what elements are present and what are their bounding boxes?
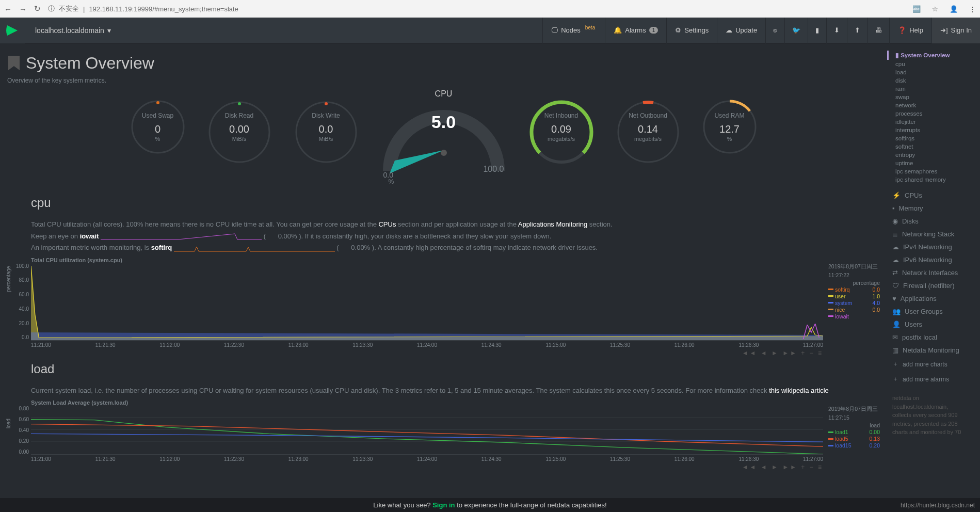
gauge-used-ram[interactable]: Used RAM 12.7 % (696, 93, 763, 161)
nav-sub-cpu[interactable]: cpu (887, 60, 974, 68)
nav-sub-uptime[interactable]: uptime (887, 159, 974, 167)
nav-sub-ipc-semaphores[interactable]: ipc semaphores (887, 167, 974, 175)
nav-sub-idlejitter[interactable]: idlejitter (887, 118, 974, 126)
svg-point-5 (325, 102, 328, 105)
cpu-desc-2: Keep an eye on iowait ( 0.00% ). If it i… (31, 231, 880, 242)
sidebar-footer: netdata on localhost.localdomain, collec… (887, 394, 974, 437)
cpu-legend[interactable]: 2019年8月07日周三 11:27:22 percentage softirq… (823, 263, 880, 341)
nav-group-postfix-local[interactable]: ✉postfix local (887, 331, 974, 344)
load-y-axis: load 0.800.600.400.200.00 (7, 406, 31, 455)
nodes-button[interactable]: 🖵 Nodes beta (542, 18, 605, 43)
help-button[interactable]: ❓ Help (889, 18, 931, 43)
cpu-chart[interactable]: Total CPU utilization (system.cpu) perce… (7, 257, 880, 357)
browser-chrome: ← → ↻ ⓘ 不安全 | 192.168.11.19:19999/#menu_… (0, 0, 980, 18)
iowait-sparkline (101, 232, 262, 241)
load-legend[interactable]: 2019年8月07日周三 11:27:15 load load10.00 loa… (823, 406, 880, 455)
nav-group-applications[interactable]: ♥Applications (887, 292, 974, 305)
nav-group-networking-stack[interactable]: ≣Networking Stack (887, 228, 974, 241)
cpu-x-axis: 11:21:0011:21:3011:22:0011:22:3011:23:00… (31, 341, 823, 348)
svg-point-3 (238, 102, 241, 105)
nav-sub-softirqs[interactable]: softirqs (887, 134, 974, 142)
nav-group-network-interfaces[interactable]: ⇄Network Interfaces (887, 266, 974, 279)
gauge-disk-read[interactable]: Disk Read 0.00 MiB/s (201, 93, 278, 171)
gauge-used-swap[interactable]: Used Swap 0 % (124, 93, 191, 161)
cpu-desc-3: An important metric worth monitoring, is… (31, 243, 880, 253)
print-icon[interactable]: 🖶 (867, 18, 889, 43)
nav-sub-processes[interactable]: processes (887, 109, 974, 118)
nav-sub-network[interactable]: network (887, 101, 974, 109)
load-heading: load (31, 362, 880, 376)
nav-group-disks[interactable]: ◉Disks (887, 215, 974, 228)
beta-badge: beta (584, 24, 597, 31)
softirq-sparkline (174, 244, 335, 252)
main-content: System Overview Overview of the key syst… (0, 43, 887, 497)
star-icon[interactable]: ☆ (932, 5, 938, 13)
wikipedia-link[interactable]: this wikipedia article (769, 387, 829, 394)
question-icon: ❓ (898, 26, 906, 34)
cpu-y-axis: percentage 100.080.060.040.020.00.0 (7, 263, 31, 341)
url-bar[interactable]: ⓘ 不安全 | 192.168.11.19:19999/#menu_system… (48, 4, 238, 13)
chart-controls[interactable]: ◄◄ ◄ ► ►► + − ≡ (7, 349, 823, 357)
update-button[interactable]: ☁ Update (717, 18, 765, 43)
nav-group-ipv6-networking[interactable]: ☁IPv6 Networking (887, 253, 974, 266)
add-charts[interactable]: ＋ add more charts (887, 357, 974, 372)
nav-sub-ipc-shared-memory[interactable]: ipc shared memory (887, 175, 974, 184)
back-icon[interactable]: ← (4, 5, 12, 13)
facebook-icon[interactable]: ▮ (808, 18, 826, 43)
cpu-desc-1: Total CPU utilization (all cores). 100% … (31, 219, 880, 230)
alarms-count: 1 (649, 27, 658, 34)
nav-sub-interrupts[interactable]: interrupts (887, 126, 974, 134)
hostname-selector[interactable]: localhost.localdomain ▾ (25, 26, 121, 35)
nav-group-cpus[interactable]: ⚡CPUs (887, 189, 974, 202)
chart-controls[interactable]: ◄◄ ◄ ► ►► + − ≡ (7, 463, 823, 471)
alarms-button[interactable]: 🔔 Alarms 1 (605, 18, 666, 43)
github-icon[interactable]: ⌾ (765, 18, 784, 43)
download-icon[interactable]: ⬇ (826, 18, 847, 43)
page-title: System Overview (26, 54, 154, 73)
hostname-text: localhost.localdomain (35, 26, 104, 35)
signin-button[interactable]: ➜] Sign In (931, 18, 980, 43)
url-text: 192.168.11.19:19999/#menu_system;theme=s… (89, 5, 238, 13)
load-chart[interactable]: System Load Average (system.load) load 0… (7, 399, 880, 471)
load-desc: Current system load, i.e. the number of … (31, 386, 880, 396)
nav-sub-swap[interactable]: swap (887, 93, 974, 101)
nav-group-memory[interactable]: ▪Memory (887, 202, 974, 215)
nav-sub-entropy[interactable]: entropy (887, 151, 974, 159)
nav-sub-ram[interactable]: ram (887, 85, 974, 93)
forward-icon[interactable]: → (19, 5, 27, 13)
gauge-net-outbound[interactable]: Net Outbound 0.14 megabits/s (609, 93, 687, 171)
logo[interactable] (0, 18, 25, 43)
add-alarms[interactable]: ＋ add more alarms (887, 372, 974, 387)
insecure-label: 不安全 (59, 4, 79, 13)
gear-icon: ⚙ (675, 26, 681, 34)
bell-icon: 🔔 (614, 26, 622, 34)
gauge-disk-write[interactable]: Disk Write 0.0 MiB/s (287, 93, 365, 171)
chevron-down-icon: ▾ (107, 26, 111, 35)
nav-sub-load[interactable]: load (887, 68, 974, 76)
svg-point-1 (156, 101, 159, 104)
upload-icon[interactable]: ⬆ (847, 18, 867, 43)
translate-icon[interactable]: 🔤 (912, 5, 921, 13)
svg-point-7 (441, 150, 447, 156)
nav-group-user-groups[interactable]: 👥User Groups (887, 305, 974, 318)
page-subtitle: Overview of the key system metrics. (7, 77, 880, 84)
nav-group-ipv4-networking[interactable]: ☁IPv4 Networking (887, 241, 974, 253)
nav-group-netdata-monitoring[interactable]: ▥Netdata Monitoring (887, 344, 974, 357)
menu-icon[interactable]: ⋮ (969, 5, 976, 13)
reload-icon[interactable]: ↻ (34, 4, 41, 13)
apps-link[interactable]: Applications Monitoring (518, 220, 587, 228)
signin-icon: ➜] (940, 26, 948, 34)
nav-sub-softnet[interactable]: softnet (887, 142, 974, 151)
nav-group-users[interactable]: 👤Users (887, 318, 974, 331)
monitor-icon: 🖵 (551, 26, 558, 34)
settings-button[interactable]: ⚙ Settings (666, 18, 717, 43)
cpus-link[interactable]: CPUs (378, 220, 396, 228)
bookmark-icon (7, 56, 21, 71)
nav-sub-disk[interactable]: disk (887, 76, 974, 85)
gauge-cpu[interactable]: CPU 5.0 0.0 100.0 % (374, 93, 513, 181)
nav-system-overview[interactable]: ▮ System Overview (887, 51, 974, 60)
profile-icon[interactable]: 👤 (950, 5, 958, 13)
gauge-net-inbound[interactable]: Net Inbound 0.09 megabits/s (523, 93, 600, 171)
nav-group-firewall-netfilter-[interactable]: 🛡Firewall (netfilter) (887, 279, 974, 292)
twitter-icon[interactable]: 🐦 (784, 18, 808, 43)
